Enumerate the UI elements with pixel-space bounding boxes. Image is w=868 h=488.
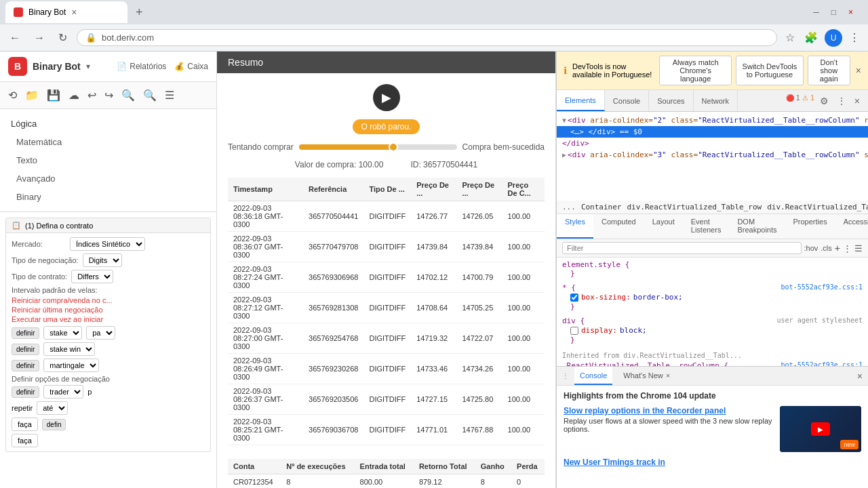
highlight-item-2[interactable]: New User Timings track in <box>559 455 865 470</box>
define-btn-2[interactable]: definir <box>12 344 39 355</box>
styles-filter-input[interactable] <box>562 242 802 254</box>
highlight-title-2[interactable]: New User Timings track in <box>564 458 861 467</box>
sidebar-item-logica[interactable]: Lógica <box>0 115 216 133</box>
styles-tab-styles[interactable]: Styles <box>557 214 593 239</box>
define-btn-3[interactable]: definir <box>12 360 39 371</box>
sidebar-item-matematica[interactable]: Matemática <box>0 133 216 151</box>
tab-console[interactable]: Console <box>605 90 649 111</box>
box-sizing-checkbox[interactable] <box>570 293 578 302</box>
toolbar-undo-btn[interactable]: ↩ <box>85 86 99 104</box>
sidebar-item-binary[interactable]: Binary <box>0 188 216 206</box>
toolbar-reload-btn[interactable]: ⟲ <box>5 86 20 104</box>
define-btn-1[interactable]: definir <box>12 327 39 339</box>
repeat-select[interactable]: até <box>37 401 68 415</box>
trader-select[interactable]: trader <box>43 385 83 399</box>
bookmark-btn[interactable]: ☆ <box>783 28 797 47</box>
notification-close-btn[interactable]: × <box>856 65 861 76</box>
reiniciar-ultima-link[interactable]: Reiniciar última negociação <box>12 306 205 314</box>
tab-network[interactable]: Network <box>694 90 738 111</box>
window-close-btn[interactable]: × <box>844 5 857 20</box>
faca-btn-2[interactable]: faça <box>12 434 38 447</box>
toolbar-save-btn[interactable]: 💾 <box>44 86 63 104</box>
whatsnew-close-btn[interactable]: × <box>666 371 670 380</box>
address-bar[interactable]: 🔒 bot.deriv.com <box>77 29 777 46</box>
stake-win-select[interactable]: stake win <box>43 342 95 356</box>
sidebar-item-texto[interactable]: Texto <box>0 151 216 169</box>
faca-btn-1[interactable]: faça <box>12 418 38 431</box>
styles-tab-computed[interactable]: Computed <box>593 214 644 239</box>
define-trader-btn[interactable]: definir <box>12 386 39 398</box>
filter-cls-btn[interactable]: .cls <box>821 244 832 252</box>
warning-badge: ⚠ 1 <box>802 94 814 108</box>
toolbar-folder-btn[interactable]: 📁 <box>22 86 41 104</box>
back-btn[interactable]: ← <box>5 29 24 47</box>
play-icon: ▶ <box>382 90 391 105</box>
new-tab-btn[interactable]: + <box>130 5 149 20</box>
youtube-play-btn[interactable]: ▶ <box>811 422 830 436</box>
caixa-link[interactable]: 💰 Caixa <box>174 62 208 71</box>
highlight-title-1[interactable]: Slow replay options in the Recorder pane… <box>564 406 774 415</box>
contract-type-select[interactable]: Differs <box>71 270 113 283</box>
reiniciar-compra-link[interactable]: Reiniciar compra/venda no c... <box>12 296 205 304</box>
profile-btn[interactable]: U <box>825 29 842 47</box>
tree-line-3[interactable]: </div> <box>557 138 868 149</box>
switch-devtools-btn[interactable]: Switch DevTools to Portuguese <box>736 56 804 85</box>
market-select[interactable]: Índices Sintético <box>70 237 145 251</box>
breadcrumb-container[interactable]: Container <box>581 203 622 211</box>
styles-tab-accessibility[interactable]: Accessibility <box>835 214 868 239</box>
tree-line-2[interactable]: <…> </div> == $0 <box>557 126 868 138</box>
settings-icon[interactable]: ⚙ <box>817 94 831 108</box>
toolbar-search1-btn[interactable]: 🔍 <box>119 86 138 104</box>
filter-hov-btn[interactable]: :hov <box>804 244 818 252</box>
tree-line-4[interactable]: ▶ <div aria-colindex="3" class="ReactVir… <box>557 149 868 161</box>
devtools-close-btn[interactable]: × <box>852 94 863 108</box>
dismiss-btn[interactable]: Don't show again <box>808 56 850 85</box>
window-minimize-btn[interactable]: ─ <box>809 5 823 20</box>
extensions-btn[interactable]: 🧩 <box>802 28 821 47</box>
match-language-btn[interactable]: Always match Chrome's language <box>659 56 732 85</box>
block-header[interactable]: 📋 (1) Defina o contrato <box>6 218 210 233</box>
trade-type-select[interactable]: Digits <box>83 253 122 267</box>
react-virt-file[interactable]: bot-5552acf93e.css:1 <box>781 361 863 366</box>
tab-sources[interactable]: Sources <box>649 90 693 111</box>
martingale-select[interactable]: martingale <box>43 359 99 372</box>
star-file[interactable]: bot-5552acf93e.css:1 <box>781 283 863 292</box>
filter-icon-2[interactable]: ☰ <box>854 243 863 253</box>
tree-line-1[interactable]: ▼ <div aria-colindex="2" class="ReactVir… <box>557 115 868 126</box>
styles-tab-dom[interactable]: DOM Breakpoints <box>729 214 785 239</box>
toolbar-cloud-btn[interactable]: ☁ <box>66 86 82 104</box>
menu-btn[interactable]: ⋮ <box>846 28 863 47</box>
more-options-icon[interactable]: ⋮ <box>834 94 849 108</box>
defin-btn[interactable]: defin <box>42 419 66 430</box>
stake-select[interactable]: stake <box>43 326 82 340</box>
tab-elements[interactable]: Elements <box>557 90 605 111</box>
toolbar-list-btn[interactable]: ☰ <box>162 86 177 104</box>
forward-btn[interactable]: → <box>30 29 49 47</box>
toolbar-search2-btn[interactable]: 🔍 <box>140 86 159 104</box>
reports-link[interactable]: 📄 Relatórios <box>117 62 166 71</box>
highlights-title: Highlights from the Chrome 104 update <box>559 388 865 403</box>
display-checkbox[interactable] <box>570 327 578 335</box>
styles-tab-properties[interactable]: Properties <box>785 214 835 239</box>
executar-link[interactable]: Executar uma vez ao iniciar <box>12 315 205 323</box>
window-maximize-btn[interactable]: □ <box>827 5 840 20</box>
styles-tab-event-listeners[interactable]: Event Listeners <box>683 214 730 239</box>
breadcrumb-table-col[interactable]: div.ReactVirtualized_Table_rowColumn <box>767 203 868 211</box>
styles-tab-layout[interactable]: Layout <box>644 214 683 239</box>
filter-icon-1[interactable]: ⋮ <box>843 243 852 253</box>
stake-param-select[interactable]: pa <box>86 326 115 340</box>
sidebar-item-avancado[interactable]: Avançado <box>0 169 216 188</box>
highlight-item-1[interactable]: Slow replay options in the Recorder pane… <box>559 403 865 455</box>
console-tab-console[interactable]: Console <box>574 367 612 385</box>
play-button[interactable]: ▶ <box>373 84 400 111</box>
tab-close-btn[interactable]: × <box>71 7 77 18</box>
toolbar-redo-btn[interactable]: ↪ <box>102 86 116 104</box>
table-cell: 2022-09-03 08:27:00 GMT-0300 <box>228 323 303 354</box>
active-tab[interactable]: Binary Bot × <box>5 1 127 23</box>
console-close-btn[interactable]: × <box>857 371 863 382</box>
refresh-btn[interactable]: ↻ <box>54 28 71 47</box>
breadcrumb-table-row[interactable]: div.ReactVirtualized_Table_row <box>627 203 762 211</box>
header-dropdown-arrow[interactable]: ▾ <box>86 62 90 71</box>
console-tab-whatsnew[interactable]: What's New × <box>618 367 675 385</box>
filter-add-btn[interactable]: + <box>835 243 840 253</box>
